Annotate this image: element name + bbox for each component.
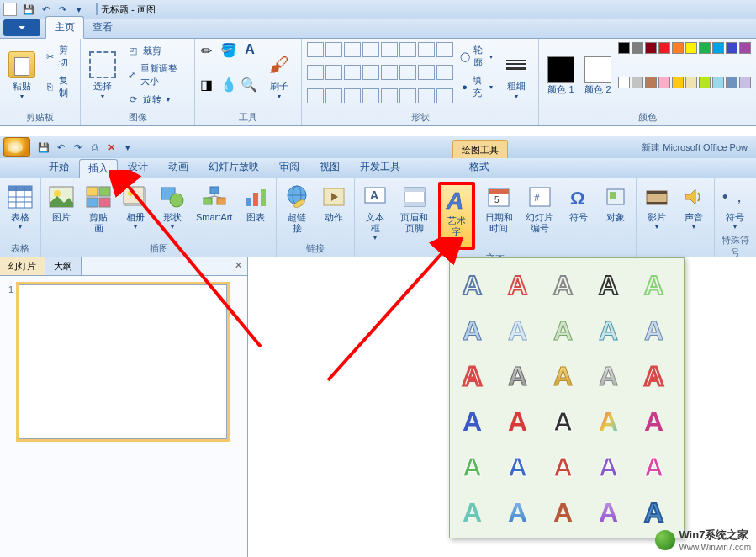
ppt-undo-icon[interactable] xyxy=(52,139,69,156)
wordart-style-26[interactable]: A xyxy=(500,491,542,533)
wordart-style-12[interactable]: A xyxy=(546,354,588,396)
shape-item[interactable] xyxy=(418,42,435,57)
shape-item[interactable] xyxy=(436,88,453,103)
ppt-redo-icon[interactable] xyxy=(69,139,86,156)
color-swatch[interactable] xyxy=(712,77,724,88)
shape-item[interactable] xyxy=(381,42,398,57)
color-swatch[interactable] xyxy=(739,42,751,54)
wordart-style-3[interactable]: A xyxy=(591,263,633,305)
qat-dropdown-icon[interactable]: ▾ xyxy=(72,3,86,16)
ppt-tab-5[interactable]: 审阅 xyxy=(269,156,309,178)
shape-item[interactable] xyxy=(399,88,416,103)
action-button[interactable]: 动作 xyxy=(319,182,349,225)
ppt-tab-2[interactable]: 设计 xyxy=(118,156,158,178)
color-swatch[interactable] xyxy=(658,77,670,88)
crop-button[interactable]: 裁剪 xyxy=(123,42,189,59)
wordart-style-7[interactable]: A xyxy=(546,309,588,351)
shape-item[interactable] xyxy=(325,65,342,80)
clipart-button[interactable]: 剪贴画 xyxy=(83,182,114,236)
shape-item[interactable] xyxy=(325,42,342,57)
wordart-style-1[interactable]: A xyxy=(500,263,542,305)
ppt-qat-dropdown[interactable]: ▾ xyxy=(119,139,136,156)
color-swatch[interactable] xyxy=(699,77,711,88)
ppt-tab-8[interactable]: 格式 xyxy=(459,156,500,178)
wordart-style-15[interactable]: A xyxy=(455,400,497,442)
office-button[interactable] xyxy=(3,137,30,157)
wordart-style-17[interactable]: A xyxy=(546,400,588,442)
header-footer-button[interactable]: 页眉和页脚 xyxy=(397,182,431,236)
textbox-button[interactable]: A文本框▾ xyxy=(360,182,390,243)
wordart-style-20[interactable]: A xyxy=(455,445,497,487)
object-button[interactable]: 对象 xyxy=(600,182,631,225)
slidenum-button[interactable]: #幻灯片编号 xyxy=(522,182,556,236)
brush-button[interactable]: 🖌 刷子 ▾ xyxy=(262,42,296,109)
color-swatch[interactable] xyxy=(658,42,670,54)
shape-item[interactable] xyxy=(362,65,379,80)
save-icon[interactable] xyxy=(22,3,35,16)
color-swatch[interactable] xyxy=(699,42,711,54)
copy-button[interactable]: 复制 xyxy=(42,72,75,101)
color-swatch[interactable] xyxy=(632,77,643,88)
wordart-style-11[interactable]: A xyxy=(500,354,542,396)
pencil-tool[interactable]: ✏ xyxy=(200,42,219,61)
wordart-style-21[interactable]: A xyxy=(500,445,542,487)
special-symbol-button[interactable]: • ，符号▾ xyxy=(720,182,750,232)
fill-tool[interactable]: 🪣 xyxy=(220,42,239,61)
wordart-style-4[interactable]: A xyxy=(637,263,679,305)
sound-button[interactable]: 声音▾ xyxy=(679,182,709,232)
fill-button[interactable]: ●填充▾ xyxy=(457,72,496,101)
shape-item[interactable] xyxy=(307,65,324,80)
hyperlink-button[interactable]: 超链接 xyxy=(282,182,312,236)
eraser-tool[interactable]: ◨ xyxy=(200,77,219,95)
color-swatch[interactable] xyxy=(618,77,630,88)
wordart-style-5[interactable]: A xyxy=(455,309,497,351)
ppt-tab-6[interactable]: 视图 xyxy=(309,156,350,178)
shape-item[interactable] xyxy=(307,88,324,103)
redo-icon[interactable] xyxy=(56,3,69,16)
picture-button[interactable]: 图片 xyxy=(46,182,77,225)
ppt-close-icon[interactable]: ✕ xyxy=(103,139,119,156)
color-swatch[interactable] xyxy=(685,42,697,54)
wordart-style-23[interactable]: A xyxy=(591,445,633,487)
shape-item[interactable] xyxy=(344,88,361,103)
shape-item[interactable] xyxy=(436,42,453,57)
color-palette[interactable] xyxy=(618,42,751,109)
ppt-save-icon[interactable] xyxy=(35,139,52,156)
color2-button[interactable]: 颜色 2 xyxy=(581,42,615,109)
color-swatch[interactable] xyxy=(672,77,684,88)
resize-button[interactable]: 重新调整大小 xyxy=(123,61,189,89)
wordart-style-18[interactable]: A xyxy=(591,400,633,442)
paint-tab-view[interactable]: 查看 xyxy=(84,17,121,38)
color-swatch[interactable] xyxy=(618,42,630,54)
wordart-style-6[interactable]: A xyxy=(500,309,542,351)
color1-button[interactable]: 颜色 1 xyxy=(544,42,578,109)
undo-icon[interactable] xyxy=(39,3,52,16)
outline-button[interactable]: ◯轮廓▾ xyxy=(457,42,496,71)
shapes-button[interactable]: 形状▾ xyxy=(157,182,188,232)
color-swatch[interactable] xyxy=(739,77,751,88)
wordart-style-25[interactable]: A xyxy=(455,491,497,533)
wordart-style-2[interactable]: A xyxy=(546,263,588,305)
chart-button[interactable]: 图表 xyxy=(241,182,271,225)
wordart-style-14[interactable]: A xyxy=(637,354,679,396)
wordart-style-28[interactable]: A xyxy=(591,491,633,533)
smartart-button[interactable]: SmartArt xyxy=(194,182,234,225)
wordart-style-22[interactable]: A xyxy=(546,445,588,487)
shape-item[interactable] xyxy=(307,42,324,57)
shape-item[interactable] xyxy=(418,88,435,103)
shape-item[interactable] xyxy=(362,88,379,103)
picker-tool[interactable]: 💧 xyxy=(220,77,239,95)
wordart-style-27[interactable]: A xyxy=(546,491,588,533)
shape-item[interactable] xyxy=(325,88,342,103)
wordart-button[interactable]: A艺术字▾ xyxy=(438,182,475,250)
color-swatch[interactable] xyxy=(645,77,657,88)
color-swatch[interactable] xyxy=(712,42,724,54)
shape-item[interactable] xyxy=(362,42,379,57)
shape-item[interactable] xyxy=(399,42,416,57)
paint-file-button[interactable] xyxy=(3,19,40,36)
color-swatch[interactable] xyxy=(726,42,737,54)
color-swatch[interactable] xyxy=(645,42,657,54)
thickness-button[interactable]: 粗细 ▾ xyxy=(500,42,533,109)
tab-outline[interactable]: 大纲 xyxy=(45,257,82,275)
ppt-tab-0[interactable]: 开始 xyxy=(39,156,79,178)
